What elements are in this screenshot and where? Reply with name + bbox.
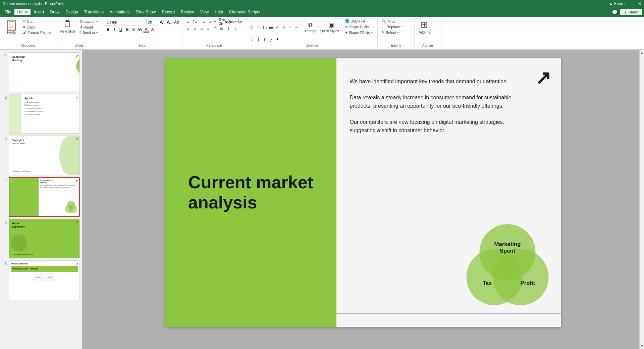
slide-preview-3[interactable]: Strategiesfor Growth Navigating the futu… (9, 136, 80, 175)
slide-thumb-1[interactable]: 1 Q1 BudgetMeeting ↗ (2, 52, 80, 92)
shape-rounded-rect[interactable]: ▢ (262, 24, 268, 30)
align-middle-button[interactable]: ⊜ (219, 26, 225, 32)
slide-thumb-4[interactable]: 4 Current marketanalysis We have identif… (2, 177, 80, 217)
align-top-button[interactable]: ⊤ (212, 26, 218, 32)
font-family-input[interactable] (105, 19, 145, 26)
shape-rect[interactable]: □ (249, 24, 255, 30)
shape-brace[interactable]: { (262, 36, 268, 42)
menu-animations[interactable]: Animations (107, 9, 132, 15)
replace-button[interactable]: ↔ Replace ~ (380, 24, 405, 29)
slide-thumb-2[interactable]: 2 Agenda 1. Growth strategy 2. Market an… (2, 94, 80, 134)
venn-diagram: Marketing Spent Tax Profit (461, 219, 554, 307)
align-bottom-button[interactable]: ⊥ (225, 26, 231, 32)
align-right-button[interactable]: ≡ (199, 26, 205, 32)
font-color-button[interactable]: A (143, 27, 149, 33)
menu-file[interactable]: File (2, 9, 14, 15)
slide-paragraph-1[interactable]: We have identified important key trends … (350, 77, 512, 86)
shape-arrow[interactable]: → (293, 24, 300, 30)
char-spacing-button[interactable]: AV (137, 27, 143, 33)
shape-curve[interactable]: ∫ (255, 36, 261, 42)
menu-insert[interactable]: Insert (31, 9, 47, 15)
shape-fill-button[interactable]: 🪣 Shape Fill ~ (343, 19, 375, 24)
slide-preview-1[interactable]: Q1 BudgetMeeting ↗ (9, 52, 80, 92)
select-button[interactable]: ↖ Select ~ (380, 30, 405, 35)
shape-diamond[interactable]: ◇ (274, 24, 280, 30)
copy-button[interactable]: ⧉ Copy (21, 24, 53, 30)
menu-review[interactable]: Review (178, 9, 197, 15)
close-button[interactable]: ✕ (638, 1, 641, 6)
format-painter-button[interactable]: 🖌 Format Painter (21, 30, 53, 35)
menu-transitions[interactable]: Transitions (82, 9, 106, 15)
slide-paragraph-3[interactable]: Our competitors are now focusing on digi… (350, 118, 512, 135)
quick-styles-button[interactable]: ▣ Quick Styles ~ (319, 20, 343, 34)
line-spacing-button[interactable]: ↕ (232, 26, 238, 32)
slide-paragraph-2[interactable]: Data reveals a steady increase in consum… (350, 93, 512, 110)
svg-point-5 (492, 249, 548, 305)
section-button[interactable]: § Section ~ (78, 30, 99, 35)
menu-home[interactable]: Home (14, 9, 31, 15)
shape-brace2[interactable]: } (268, 36, 274, 42)
strikethrough-button[interactable]: S (124, 27, 130, 33)
bullets-button[interactable]: ≡ (185, 19, 191, 25)
share-ribbon-button[interactable]: ▲ Share (620, 9, 642, 15)
share-button[interactable]: ▲ Share (609, 1, 625, 6)
underline-button[interactable]: U (118, 27, 124, 33)
font-size-input[interactable] (146, 19, 158, 26)
shape-circle[interactable]: ○ (287, 24, 293, 30)
find-button[interactable]: 🔍 Find (380, 19, 405, 24)
menu-slideshow[interactable]: Slide Show (133, 9, 158, 15)
menu-view[interactable]: View (197, 9, 211, 15)
slide-thumb-5[interactable]: 5 MarketExpansion Unlocking new horizons… (2, 219, 80, 258)
shape-star[interactable]: ✦ (274, 36, 280, 42)
slide-preview-4[interactable]: Current marketanalysis We have identifie… (9, 177, 80, 217)
maximize-button[interactable]: □ (633, 1, 635, 6)
slide-preview-6[interactable]: Product launch PRODUCT LAUNCH TIMELINE B… (9, 260, 80, 300)
slide-title[interactable]: Current marketanalysis (175, 159, 327, 226)
shape-outline-button[interactable]: ▭ Shape Outline ~ (343, 24, 375, 30)
justify-button[interactable]: ≡ (205, 26, 211, 32)
menu-record[interactable]: Record (159, 9, 177, 15)
arrange-button[interactable]: ⧉ Arrange (302, 21, 319, 34)
minimize-button[interactable]: ─ (627, 1, 630, 6)
slide-preview-5[interactable]: MarketExpansion Unlocking new horizons ↗ (9, 219, 80, 258)
shape-rect3[interactable]: ▬ (268, 24, 274, 30)
text-highlight-button[interactable]: A (150, 27, 156, 33)
new-slide-button[interactable]: 🗒 New Slide (59, 19, 77, 34)
scrollbar-right[interactable]: ▲ ▼ (639, 50, 644, 349)
numbering-button[interactable]: 1≡ (192, 19, 198, 25)
font-decrease-button[interactable]: A↓ (166, 19, 172, 25)
menu-draw[interactable]: Draw (47, 9, 62, 15)
decrease-indent-button[interactable]: ←≡ (199, 19, 205, 25)
slide-num-2: 2 (2, 95, 7, 99)
paste-button[interactable]: 📋 Paste (3, 19, 20, 35)
shape-rect2[interactable]: ▭ (255, 24, 261, 30)
reset-button[interactable]: ↺ Reset (78, 24, 99, 30)
smartart-button[interactable]: SmartArt (232, 19, 238, 25)
comments-button[interactable]: 💬 (612, 9, 618, 15)
layout-button[interactable]: ⊞ Layout ~ (78, 19, 99, 24)
addins-button[interactable]: ⊞ Add-ins (417, 19, 431, 35)
italic-button[interactable]: I (111, 27, 117, 33)
increase-indent-button[interactable]: →≡ (205, 19, 211, 25)
shape-line[interactable]: / (249, 36, 255, 42)
slide-canvas[interactable]: Current marketanalysis ↗ We have identif… (165, 58, 561, 327)
columns-button[interactable]: ⧊ (212, 19, 218, 25)
shadow-button[interactable]: S (130, 27, 137, 33)
menu-character-scripts[interactable]: Character Scripts (226, 9, 263, 15)
align-center-button[interactable]: ≡ (192, 26, 198, 32)
clear-format-button[interactable]: Aa (173, 19, 179, 25)
font-increase-button[interactable]: A↑ (159, 19, 165, 25)
slide-thumb-6[interactable]: 6 Product launch PRODUCT LAUNCH TIMELINE… (2, 260, 80, 300)
bold-button[interactable]: B (105, 27, 111, 33)
cut-button[interactable]: ✂ Cut (21, 19, 53, 24)
slide-thumb-3[interactable]: 3 Strategiesfor Growth Navigating the fu… (2, 136, 80, 175)
mini-venn (64, 201, 78, 213)
align-left-button[interactable]: ≡ (185, 26, 191, 32)
menu-help[interactable]: Help (212, 9, 226, 15)
text-direction-button[interactable]: Text Dir (219, 19, 225, 25)
menu-design[interactable]: Design (63, 9, 80, 15)
shape-effects-button[interactable]: ✦ Shape Effects ~ (343, 30, 375, 35)
editing-group: 🔍 Find ↔ Replace ~ ↖ Select ~ Editin (378, 18, 415, 48)
shape-triangle[interactable]: △ (281, 24, 287, 30)
slide-preview-2[interactable]: Agenda 1. Growth strategy 2. Market anal… (9, 94, 80, 134)
